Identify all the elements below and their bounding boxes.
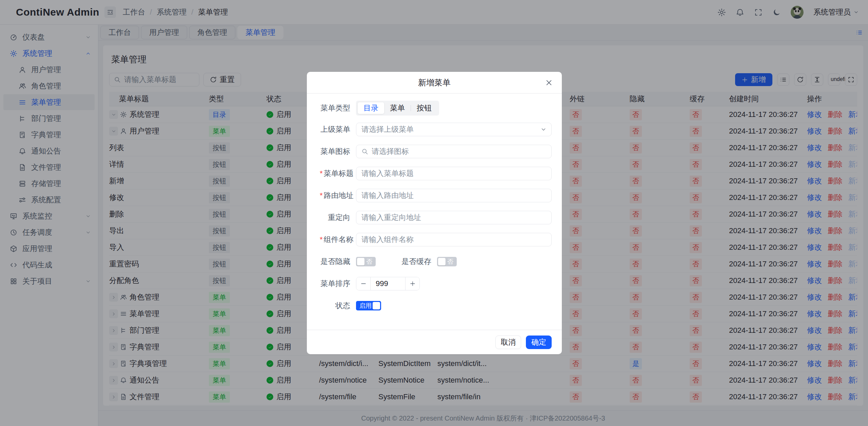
status-label: 状态: [320, 301, 350, 311]
menu-icon-label: 菜单图标: [320, 146, 350, 157]
redirect-input[interactable]: 请输入重定向地址: [356, 211, 552, 224]
add-menu-modal: 新增菜单 菜单类型 目录菜单按钮 上级菜单 请选择上级菜单 菜单图标 请选择图标: [307, 72, 562, 354]
minus-button[interactable]: [356, 277, 370, 290]
redirect-label: 重定向: [320, 212, 350, 223]
sort-label: 菜单排序: [320, 279, 350, 289]
menu-icon-input[interactable]: 请选择图标: [356, 145, 552, 158]
parent-menu-label: 上级菜单: [320, 124, 350, 135]
chevron-down-icon: [541, 127, 546, 132]
component-label: 组件名称: [320, 235, 350, 245]
confirm-button[interactable]: 确定: [526, 336, 552, 349]
menu-title-input[interactable]: 请输入菜单标题: [356, 167, 552, 180]
sort-stepper: 999: [356, 277, 420, 290]
plus-button[interactable]: [406, 277, 419, 290]
route-input[interactable]: 请输入路由地址: [356, 189, 552, 202]
sort-value[interactable]: 999: [370, 277, 406, 290]
menu-type-option-按钮[interactable]: 按钮: [411, 102, 437, 114]
hide-label: 是否隐藏: [320, 257, 350, 267]
modal-header: 新增菜单: [307, 72, 562, 94]
search-icon: [361, 148, 368, 155]
cancel-button[interactable]: 取消: [495, 336, 521, 349]
plus-icon: [410, 281, 416, 287]
component-input[interactable]: 请输入组件名称: [356, 233, 552, 246]
menu-type-option-菜单[interactable]: 菜单: [384, 102, 411, 114]
close-icon[interactable]: [545, 79, 553, 86]
menu-type-segmented: 目录菜单按钮: [356, 101, 439, 116]
cache-toggle[interactable]: 否: [437, 257, 457, 266]
parent-menu-select[interactable]: 请选择上级菜单: [356, 123, 552, 136]
status-toggle[interactable]: 启用: [356, 301, 381, 310]
menu-title-label: 菜单标题: [320, 168, 350, 179]
menu-type-label: 菜单类型: [320, 103, 350, 113]
menu-type-option-目录[interactable]: 目录: [358, 102, 384, 114]
modal-title: 新增菜单: [418, 77, 451, 88]
route-label: 路由地址: [320, 190, 350, 201]
modal-footer: 取消 确定: [307, 330, 562, 354]
minus-icon: [360, 281, 367, 287]
hide-toggle[interactable]: 否: [356, 257, 376, 266]
cache-label: 是否缓存: [401, 257, 431, 267]
